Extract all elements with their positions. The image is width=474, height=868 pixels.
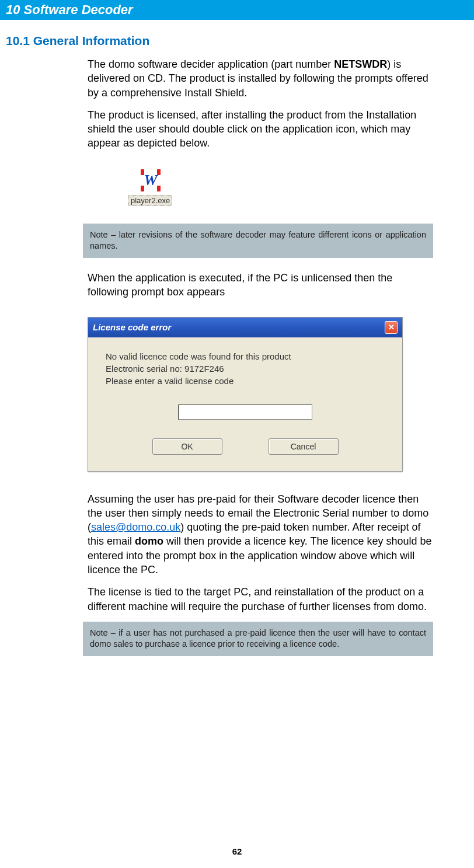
dialog-title: License code error xyxy=(93,322,171,332)
cancel-button[interactable]: Cancel xyxy=(269,438,339,455)
chapter-number: 10 xyxy=(6,2,20,17)
paragraph-5: The license is tied to the target PC, an… xyxy=(88,585,433,613)
part-number: NETSWDR xyxy=(334,58,387,70)
paragraph-3: When the application is executed, if the… xyxy=(88,271,433,299)
dialog-input-wrap xyxy=(106,405,385,420)
paragraph-4: Assuming the user has pre-paid for their… xyxy=(88,492,433,577)
email-link[interactable]: sales@domo.co.uk xyxy=(91,521,180,533)
page-number: 62 xyxy=(0,846,474,856)
app-icon-label: player2.exe xyxy=(128,195,172,206)
app-icon-figure: W player2.exe xyxy=(128,168,433,206)
ok-button[interactable]: OK xyxy=(152,438,222,455)
svg-rect-1 xyxy=(157,169,161,175)
dialog-line-1: No valid licence code was found for this… xyxy=(106,351,385,361)
chapter-header: 10 Software Decoder xyxy=(0,0,474,20)
dialog-line-2: Electronic serial no: 9172F246 xyxy=(106,364,385,374)
section-number: 10.1 xyxy=(6,34,30,47)
dialog-line-3: Please enter a valid license code xyxy=(106,376,385,386)
section-heading: General Information xyxy=(33,34,150,47)
section-title: 10.1 General Information xyxy=(6,34,474,48)
app-icon-image: W xyxy=(138,168,163,193)
company-name: domo xyxy=(135,535,163,547)
close-icon[interactable]: ✕ xyxy=(385,321,398,334)
text: The domo software decider application (p… xyxy=(88,58,334,70)
content-area: The domo software decider application (p… xyxy=(88,57,433,656)
dialog-figure: License code error ✕ No valid licence co… xyxy=(88,317,403,472)
svg-text:W: W xyxy=(144,172,158,189)
app-icon: W player2.exe xyxy=(128,168,172,206)
paragraph-2: The product is licensed, after installin… xyxy=(88,108,433,151)
svg-rect-3 xyxy=(157,186,161,191)
chapter-title: Software Decoder xyxy=(24,2,133,17)
note-box-2: Note – if a user has not purchased a pre… xyxy=(83,622,433,656)
dialog-body: No valid licence code was found for this… xyxy=(88,337,402,471)
license-code-input[interactable] xyxy=(178,405,312,420)
dialog-titlebar: License code error ✕ xyxy=(88,318,402,337)
note-box-1: Note – later revisions of the software d… xyxy=(83,224,433,258)
paragraph-1: The domo software decider application (p… xyxy=(88,57,433,100)
dialog-buttons: OK Cancel xyxy=(106,438,385,461)
